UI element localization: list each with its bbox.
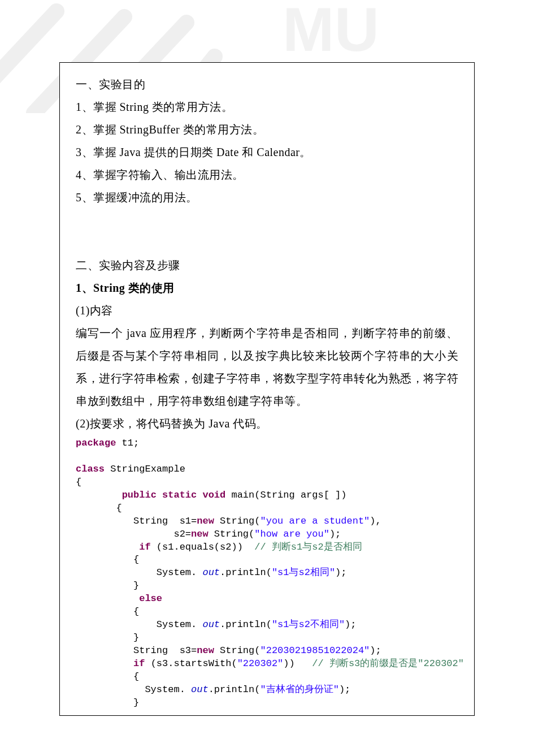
code-text: ); bbox=[370, 645, 381, 656]
content-paragraph: 编写一个 java 应用程序，判断两个字符串是否相同，判断字符串的前缀、后缀是否… bbox=[76, 322, 458, 412]
code-text: System. bbox=[76, 567, 197, 578]
code-text bbox=[76, 542, 139, 552]
code-text: { bbox=[76, 477, 81, 487]
string-literal: "220302" bbox=[237, 658, 284, 669]
keyword: new bbox=[191, 529, 209, 539]
comment: // 判断s1与s2是否相同 bbox=[254, 542, 362, 552]
code-text: } bbox=[76, 697, 139, 708]
code-text: } bbox=[76, 632, 139, 643]
content-frame: 一、实验目的 1、掌握 String 类的常用方法。 2、掌握 StringBu… bbox=[59, 62, 475, 716]
code-text: (s3.startsWith( bbox=[145, 658, 237, 669]
keyword: public static void bbox=[122, 490, 226, 500]
requirement-label: (2)按要求，将代码替换为 Java 代码。 bbox=[76, 412, 458, 435]
code-text: .println( bbox=[209, 684, 261, 695]
code-text: StringExample bbox=[105, 464, 185, 474]
code-text: (s1.equals(s2)) bbox=[151, 542, 255, 552]
keyword: new bbox=[197, 645, 214, 656]
objective-item: 3、掌握 Java 提供的日期类 Date 和 Calendar。 bbox=[76, 141, 458, 163]
content-label: (1)内容 bbox=[76, 299, 458, 322]
code-text: String( bbox=[209, 529, 255, 539]
code-text: { bbox=[76, 554, 139, 565]
keyword: package bbox=[76, 438, 116, 448]
objective-item: 2、掌握 StringBuffer 类的常用方法。 bbox=[76, 118, 458, 141]
code-text: ); bbox=[335, 567, 346, 578]
code-text: String s3= bbox=[76, 645, 197, 656]
code-text: .println( bbox=[220, 619, 272, 630]
keyword: if bbox=[133, 658, 145, 669]
code-text bbox=[76, 658, 133, 669]
code-text: t1; bbox=[116, 438, 139, 448]
svg-text:MU: MU bbox=[283, 0, 379, 64]
code-text: s2= bbox=[76, 529, 191, 539]
code-text: System. bbox=[76, 619, 197, 630]
code-text bbox=[76, 593, 139, 604]
string-literal: "s1与s2不相同" bbox=[272, 619, 345, 630]
document-page: MU 一、实验目的 1、掌握 String 类的常用方法。 2、掌握 Strin… bbox=[0, 0, 534, 756]
code-text: main(String args[ ]) bbox=[225, 490, 346, 500]
comment: // 判断s3的前缀是否是"220302" bbox=[312, 658, 464, 669]
objective-item: 1、掌握 String 类的常用方法。 bbox=[76, 96, 458, 118]
code-text: ); bbox=[329, 529, 341, 539]
field: out bbox=[185, 684, 209, 695]
code-block: package t1; class StringExample { public… bbox=[76, 437, 458, 710]
keyword: if bbox=[139, 542, 150, 552]
code-text: String( bbox=[214, 516, 261, 526]
string-literal: "吉林省的身份证" bbox=[260, 684, 338, 695]
code-text: )) bbox=[283, 658, 312, 669]
field: out bbox=[197, 567, 220, 578]
field: out bbox=[197, 619, 220, 630]
code-text: { bbox=[76, 606, 139, 617]
code-text: String s1= bbox=[76, 516, 197, 526]
code-text: .println( bbox=[220, 567, 272, 578]
string-literal: "22030219851022024" bbox=[260, 645, 370, 656]
code-text: String( bbox=[214, 645, 261, 656]
code-text: } bbox=[76, 580, 139, 591]
section2-sub1-title: 1、String 类的使用 bbox=[76, 277, 458, 299]
keyword: else bbox=[139, 593, 162, 604]
objective-item: 4、掌握字符输入、输出流用法。 bbox=[76, 163, 458, 186]
section1-title: 一、实验目的 bbox=[76, 73, 458, 96]
code-text: System. bbox=[76, 684, 185, 695]
code-text: ), bbox=[370, 516, 381, 526]
string-literal: "you are a student" bbox=[260, 516, 370, 526]
keyword: class bbox=[76, 464, 105, 474]
keyword: new bbox=[197, 516, 214, 526]
code-text: ); bbox=[345, 619, 356, 630]
section2-title: 二、实验内容及步骤 bbox=[76, 254, 458, 277]
string-literal: "s1与s2相同" bbox=[272, 567, 335, 578]
string-literal: "how are you" bbox=[254, 529, 329, 539]
code-text: { bbox=[76, 503, 122, 513]
code-text: { bbox=[76, 671, 139, 682]
objective-item: 5、掌握缓冲流的用法。 bbox=[76, 186, 458, 209]
code-text: ); bbox=[339, 684, 350, 695]
